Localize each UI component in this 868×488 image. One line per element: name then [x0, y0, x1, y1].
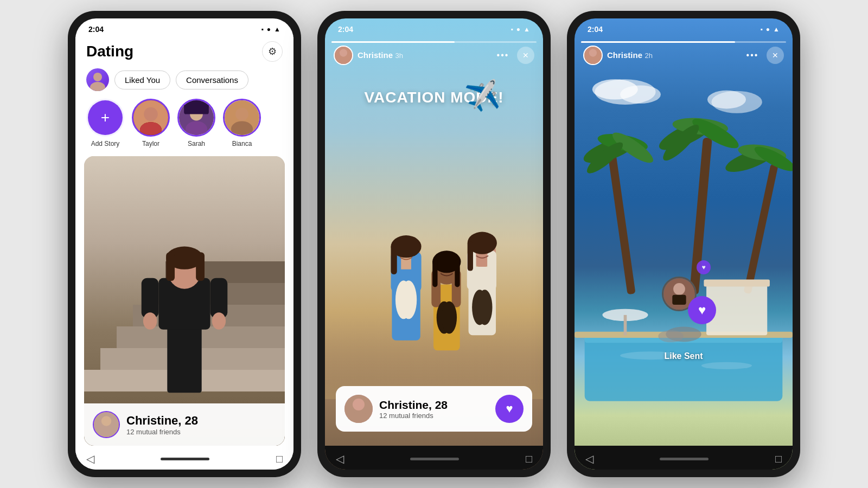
plane-emoji: ✈️: [463, 78, 502, 115]
svg-rect-62: [608, 153, 635, 294]
story-close-button-3[interactable]: ✕: [767, 47, 784, 64]
story-card-name-2: Christine, 28: [379, 399, 448, 412]
story-user-name-3: Christine 2h: [607, 50, 653, 60]
story-progress-fill: [331, 41, 455, 43]
svg-rect-93: [672, 295, 686, 305]
wifi-icon-3: ●: [766, 25, 770, 33]
svg-point-52: [340, 49, 347, 56]
story-taylor[interactable]: Taylor: [132, 99, 170, 147]
status-icons-2: ▪ ● ▲: [511, 25, 530, 33]
gear-icon: ⚙: [268, 46, 277, 57]
svg-point-79: [701, 362, 752, 369]
plus-icon: +: [88, 100, 123, 135]
svg-point-11: [235, 108, 248, 121]
svg-rect-8: [184, 100, 209, 114]
story-bianca[interactable]: Bianca: [223, 99, 261, 147]
svg-rect-42: [455, 259, 459, 287]
stories-row: + Add Story Taylor: [75, 99, 293, 156]
svg-point-3: [144, 107, 158, 121]
svg-rect-18: [196, 252, 205, 281]
svg-point-31: [400, 280, 417, 319]
svg-point-55: [353, 399, 365, 410]
signal-icon: ▪: [261, 25, 264, 33]
bottom-nav-3: ◁ □: [575, 446, 793, 470]
user-profile-avatar[interactable]: [86, 68, 109, 91]
status-bar-1: 2:04 ▪ ● ▲: [75, 18, 293, 37]
story-more-button-3[interactable]: •••: [744, 47, 761, 64]
add-story-avatar: +: [86, 99, 124, 137]
bianca-avatar: [223, 99, 261, 137]
svg-rect-46: [487, 251, 496, 290]
home-indicator-1[interactable]: [161, 458, 209, 460]
taylor-label: Taylor: [142, 140, 159, 147]
story-user-avatar-3: [583, 46, 603, 65]
profile-card-name: Christine, 28: [126, 414, 198, 428]
story-card-mutual-2: 12 mutual friends: [379, 412, 448, 420]
story-user-avatar-2: [334, 46, 353, 65]
story-progress-bar-3: [581, 41, 786, 43]
profile-card[interactable]: Christine, 28 12 mutual friends: [84, 156, 285, 446]
svg-point-21: [143, 312, 157, 330]
home-indicator-2[interactable]: [410, 458, 459, 460]
add-story-item[interactable]: + Add Story: [86, 99, 124, 147]
story-progress-bar: [331, 41, 537, 43]
story-card-text-2: Christine, 28 12 mutual friends: [379, 399, 448, 420]
svg-point-88: [589, 49, 597, 56]
liked-you-tab[interactable]: Liked You: [114, 70, 170, 89]
svg-point-39: [442, 301, 457, 334]
story-card-info-2: Christine, 28 12 mutual friends ♥: [336, 386, 532, 432]
battery-icon-2: ▲: [524, 25, 530, 33]
nav-row-3: ◁ □: [575, 450, 793, 467]
sarah-label: Sarah: [188, 140, 205, 147]
signal-icon-3: ▪: [761, 25, 763, 33]
app-title: Dating: [86, 43, 133, 60]
bottom-nav-2: ◁ □: [325, 446, 543, 470]
like-animation: ♥ ♥: [662, 277, 705, 320]
story-progress-fill-3: [581, 41, 735, 43]
home-indicator-3[interactable]: [660, 458, 709, 460]
svg-point-48: [477, 290, 492, 325]
status-bar-2: 2:04 ▪ ● ▲: [325, 18, 543, 37]
svg-rect-19: [142, 278, 159, 318]
like-button-2[interactable]: ♥: [495, 395, 524, 423]
story-user-info-3: Christine 2h: [583, 46, 653, 65]
story-header-3: Christine 2h ••• ✕: [583, 46, 784, 65]
bianca-label: Bianca: [232, 140, 252, 147]
story-actions-2: ••• ✕: [494, 47, 534, 64]
svg-rect-84: [624, 315, 627, 335]
taylor-avatar: [132, 99, 170, 137]
square-nav-icon-2[interactable]: □: [526, 453, 532, 465]
status-bar-3: 2:04 ▪ ● ▲: [575, 18, 793, 37]
story-sarah[interactable]: Sarah: [177, 99, 215, 147]
square-nav-icon[interactable]: □: [276, 453, 283, 465]
time-display-3: 2:04: [588, 25, 603, 34]
story-header-2: Christine 3h ••• ✕: [334, 46, 534, 65]
battery-icon: ▲: [274, 25, 280, 33]
profile-card-info: Christine, 28 12 mutual friends: [84, 403, 285, 446]
square-nav-icon-3[interactable]: □: [775, 453, 782, 465]
svg-rect-17: [166, 252, 175, 281]
tabs-row: Liked You Conversations: [75, 68, 293, 99]
dating-home-screen: Dating ⚙ Liked You Conversations: [75, 37, 293, 446]
back-nav-icon-3[interactable]: ◁: [585, 452, 593, 465]
svg-point-0: [93, 73, 102, 81]
story-close-button-2[interactable]: ✕: [517, 47, 534, 64]
story-more-button-2[interactable]: •••: [494, 47, 512, 64]
back-nav-icon[interactable]: ◁: [86, 452, 94, 465]
heart-float-icon: ♥: [697, 260, 711, 274]
time-display: 2:04: [88, 25, 104, 34]
nav-row-1: ◁ □: [75, 450, 293, 467]
settings-button[interactable]: ⚙: [262, 41, 283, 62]
back-nav-icon-2[interactable]: ◁: [336, 452, 344, 465]
svg-point-24: [101, 416, 111, 426]
svg-point-61: [707, 91, 746, 109]
profile-card-mutual: 12 mutual friends: [126, 428, 198, 436]
svg-rect-82: [704, 279, 770, 286]
conversations-tab[interactable]: Conversations: [176, 70, 248, 89]
like-sent-container: ♥ ♥ Like Sent: [662, 277, 705, 361]
story-card-avatar-2: [344, 395, 373, 423]
story-user-info-2: Christine 3h: [334, 46, 403, 65]
dating-header: Dating ⚙: [75, 37, 293, 68]
story-user-name-2: Christine 3h: [358, 50, 403, 60]
svg-point-59: [620, 85, 661, 104]
